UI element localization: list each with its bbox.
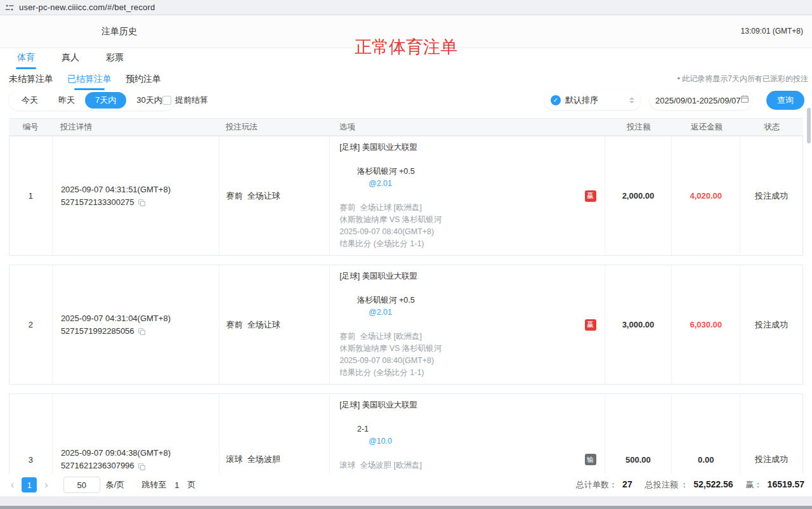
option-meta-line: 赛前 全场让球 [欧洲盘] — [339, 202, 579, 214]
header-option: 选项 — [330, 122, 605, 133]
range-yesterday[interactable]: 昨天 — [48, 92, 85, 109]
bottom-edge-bar — [0, 506, 812, 509]
option-meta-line: 休斯敦迪纳摩 VS 洛杉矶银河 — [339, 472, 579, 473]
option-meta-line: 2025-09-07 08:40(GMT+8) — [339, 355, 579, 367]
option-odds: @2.01 — [369, 308, 392, 317]
option-odds: @2.01 — [369, 179, 392, 188]
bet-payout: 4,020.00 — [672, 136, 740, 255]
table-body: 1 2025-09-07 04:31:51(GMT+8) 52715721333… — [9, 136, 803, 473]
total-win-value: 16519.57 — [768, 479, 804, 489]
bet-detail-cell: 2025-09-07 04:31:04(GMT+8) 5271571992285… — [53, 265, 220, 384]
table-header: 编号 投注详情 投注玩法 选项 投注额 返还金额 状态 — [9, 118, 803, 136]
bet-stake: 3,000.00 — [605, 265, 672, 384]
option-meta-line: 休斯敦迪纳摩 VS 洛杉矶银河 — [339, 343, 579, 355]
filter-bar: 今天 昨天 7天内 30天内 提前结算 ✓ 默认排序 2025/09/01-20… — [0, 90, 812, 112]
vertical-scrollbar[interactable] — [807, 108, 811, 143]
bet-time: 2025-09-07 04:31:51(GMT+8) — [61, 183, 219, 196]
url-text[interactable]: user-pc-new.ciiicc.com/#/bet_record — [19, 3, 155, 12]
option-league: [足球] 美国职业大联盟 — [339, 399, 579, 411]
url-tune-icon[interactable] — [5, 3, 14, 12]
header-play: 投注玩法 — [219, 122, 330, 133]
browser-address-bar[interactable]: user-pc-new.ciiicc.com/#/bet_record — [0, 0, 812, 15]
check-circle-icon: ✓ — [551, 95, 561, 105]
bet-number: 1 — [10, 136, 53, 255]
page-number-button[interactable]: 1 — [22, 477, 37, 492]
option-meta-line: 休斯敦迪纳摩 VS 洛杉矶银河 — [339, 214, 579, 226]
bet-payout: 0.00 — [672, 394, 740, 473]
total-count-value: 27 — [622, 479, 632, 489]
table-row: 3 2025-09-07 09:04:38(GMT+8) 52716212363… — [9, 393, 803, 473]
header-payout: 返还金额 — [672, 122, 741, 133]
bet-time: 2025-09-07 04:31:04(GMT+8) — [61, 312, 219, 325]
subtab-unsettled[interactable]: 未结算注单 — [9, 74, 53, 90]
copy-icon[interactable] — [138, 327, 146, 335]
tab-live[interactable]: 真人 — [62, 52, 79, 69]
note-bullet-icon: • — [678, 74, 680, 83]
bet-play: 滚球 全场波胆 — [219, 394, 330, 473]
header-detail: 投注详情 — [52, 122, 219, 133]
table-row: 2 2025-09-07 04:31:04(GMT+8) 52715719922… — [9, 265, 803, 385]
bet-status: 投注成功 — [740, 265, 802, 384]
total-count-label: 总计单数： — [576, 479, 617, 491]
bet-detail-cell: 2025-09-07 09:04:38(GMT+8) 5271621236307… — [53, 394, 220, 473]
bet-option-cell: [足球] 美国职业大联盟 2-1 @10.0 滚球 全场波胆 [欧洲盘]休斯敦迪… — [330, 394, 605, 473]
total-stake-label: 总投注额 ： — [645, 479, 689, 491]
calendar-icon — [740, 95, 749, 106]
sort-select-value: 默认排序 — [565, 95, 629, 106]
subtab-reserved[interactable]: 预约注单 — [126, 74, 161, 90]
header-number: 编号 — [9, 122, 52, 133]
date-range-segment: 今天 昨天 7天内 30天内 — [9, 90, 175, 110]
bet-number: 2 — [10, 265, 53, 384]
jump-page-value[interactable]: 1 — [172, 480, 181, 490]
jump-label: 跳转至 — [141, 479, 166, 491]
option-meta-line: 结果比分 (全场比分 1-1) — [339, 367, 579, 379]
copy-icon[interactable] — [138, 462, 146, 470]
bet-id: 5271571992285056 — [61, 325, 134, 338]
page-size-input[interactable] — [63, 477, 100, 493]
copy-icon[interactable] — [138, 198, 146, 206]
subtab-settled[interactable]: 已结算注单 — [67, 74, 112, 90]
bet-stake: 2,000.00 — [605, 136, 672, 255]
tab-lottery[interactable]: 彩票 — [106, 52, 124, 69]
option-meta-line: 滚球 全场波胆 [欧洲盘] — [339, 459, 579, 472]
option-meta-line: 赛前 全场让球 [欧洲盘] — [339, 331, 579, 343]
bet-status: 投注成功 — [740, 136, 802, 255]
bet-id: 5271572133300275 — [61, 196, 134, 209]
date-range-value: 2025/09/01-2025/09/07 — [655, 96, 740, 105]
server-time: 13:09:01 (GMT+8) — [741, 27, 803, 36]
bet-stake: 500.00 — [605, 394, 672, 473]
option-selection: 2-1 — [357, 425, 369, 433]
sort-select[interactable]: ✓ 默认排序 — [544, 91, 641, 110]
result-badge: 赢 — [585, 319, 596, 331]
total-stake-value: 52,522.56 — [693, 479, 733, 489]
note-text: 此记录将显示7天内所有已派彩的投注 — [682, 74, 808, 83]
table-row: 1 2025-09-07 04:31:51(GMT+8) 52715721333… — [9, 136, 803, 256]
date-range-input[interactable]: 2025/09/01-2025/09/07 — [650, 91, 752, 110]
select-caret-icon — [629, 97, 634, 103]
bet-id: 5271621236307996 — [61, 459, 134, 472]
option-meta-line: 2025-09-07 08:40(GMT+8) — [339, 226, 579, 238]
bet-play: 赛前 全场让球 — [219, 265, 330, 384]
bet-payout: 6,030.00 — [672, 265, 740, 384]
checkbox-label[interactable]: 提前结算 — [175, 95, 208, 106]
next-page-icon[interactable]: › — [43, 479, 49, 491]
option-league: [足球] 美国职业大联盟 — [339, 270, 579, 282]
header-stake: 投注额 — [605, 122, 672, 133]
range-today[interactable]: 今天 — [11, 92, 48, 109]
result-badge: 输 — [585, 454, 596, 465]
bet-detail-cell: 2025-09-07 04:31:51(GMT+8) 5271572133300… — [53, 136, 220, 255]
checkbox-icon[interactable] — [162, 96, 171, 105]
tab-sports[interactable]: 体育 — [17, 52, 35, 69]
option-odds: @10.0 — [369, 437, 392, 446]
option-meta-line: 结果比分 (全场比分 1-1) — [339, 238, 579, 250]
query-button[interactable]: 查询 — [766, 91, 804, 110]
prev-page-icon[interactable]: ‹ — [9, 479, 16, 491]
header-status: 状态 — [741, 122, 803, 133]
bet-number: 3 — [10, 394, 53, 473]
range-7days[interactable]: 7天内 — [85, 92, 126, 109]
bet-time: 2025-09-07 09:04:38(GMT+8) — [61, 447, 219, 459]
main-tabs: 体育 真人 彩票 — [17, 52, 124, 69]
early-settle-checkbox-group[interactable]: 提前结算 — [162, 95, 208, 106]
bet-play: 赛前 全场让球 — [219, 136, 330, 255]
pagination-bar: ‹ 1 › 条/页 跳转至 1 页 总计单数： 27 总投注额 ： 52,522… — [0, 475, 812, 495]
